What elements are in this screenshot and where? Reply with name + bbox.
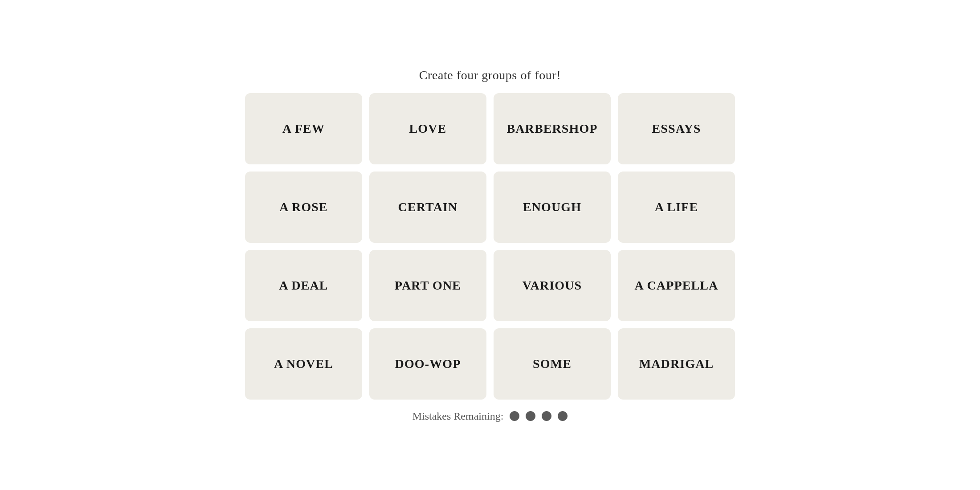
subtitle: Create four groups of four! [419,68,561,82]
card-barbershop[interactable]: BARBERSHOP [494,93,611,164]
card-a-deal-label: A DEAL [279,278,328,293]
card-a-novel-label: A NOVEL [274,357,333,371]
card-various[interactable]: VARIOUS [494,250,611,321]
mistake-dot-1 [510,411,519,421]
card-part-one[interactable]: PART ONE [369,250,486,321]
card-grid: A FEWLOVEBARBERSHOPESSAYSA ROSECERTAINEN… [245,93,735,400]
card-a-deal[interactable]: A DEAL [245,250,362,321]
card-enough-label: ENOUGH [523,200,581,214]
card-essays[interactable]: ESSAYS [618,93,735,164]
card-a-few-label: A FEW [282,122,325,136]
card-madrigal[interactable]: MADRIGAL [618,328,735,400]
card-a-life[interactable]: A LIFE [618,172,735,243]
dots-container [510,411,568,421]
card-some-label: SOME [533,357,572,371]
game-container: Create four groups of four! A FEWLOVEBAR… [245,68,735,422]
mistake-dot-4 [558,411,568,421]
card-a-novel[interactable]: A NOVEL [245,328,362,400]
card-part-one-label: PART ONE [395,278,461,293]
card-love[interactable]: LOVE [369,93,486,164]
card-certain-label: CERTAIN [398,200,458,214]
card-barbershop-label: BARBERSHOP [506,122,597,136]
card-a-cappella[interactable]: A CAPPELLA [618,250,735,321]
card-madrigal-label: MADRIGAL [639,357,714,371]
card-essays-label: ESSAYS [652,122,701,136]
card-a-rose-label: A ROSE [279,200,328,214]
card-various-label: VARIOUS [523,278,582,293]
card-a-cappella-label: A CAPPELLA [635,278,719,293]
mistakes-label: Mistakes Remaining: [412,410,504,422]
card-a-rose[interactable]: A ROSE [245,172,362,243]
card-a-few[interactable]: A FEW [245,93,362,164]
card-enough[interactable]: ENOUGH [494,172,611,243]
card-certain[interactable]: CERTAIN [369,172,486,243]
card-a-life-label: A LIFE [655,200,698,214]
card-doo-wop[interactable]: DOO-WOP [369,328,486,400]
mistake-dot-2 [526,411,535,421]
mistake-dot-3 [542,411,551,421]
card-some[interactable]: SOME [494,328,611,400]
mistakes-row: Mistakes Remaining: [412,410,568,422]
card-love-label: LOVE [409,122,447,136]
card-doo-wop-label: DOO-WOP [395,357,461,371]
